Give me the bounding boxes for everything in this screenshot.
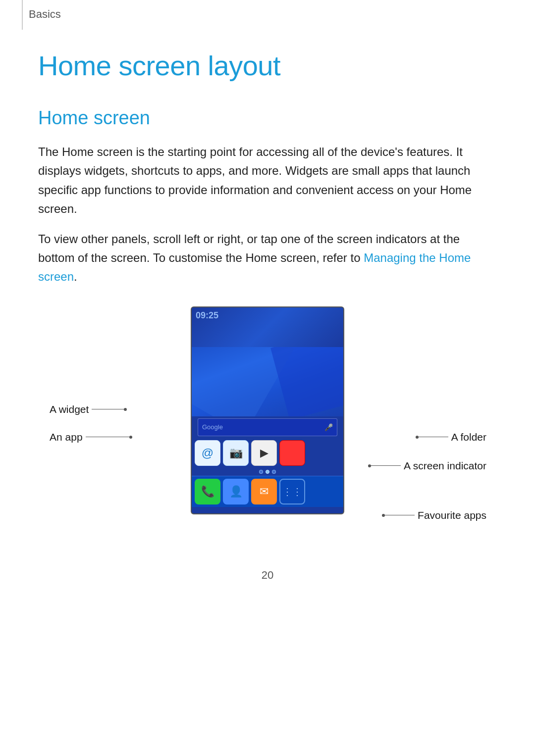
body-paragraph-2: To view other panels, scroll left or rig…: [38, 230, 494, 287]
app-icon-camera: 📷: [223, 440, 249, 466]
fav-icon-phone: 📞: [195, 479, 220, 504]
fav-icon-contacts: 👤: [223, 479, 249, 504]
page-border: [22, 0, 23, 30]
label-favourite-apps: Favourite apps: [382, 509, 486, 521]
phone-mockup: 09:25 Google 🎤 @: [191, 306, 344, 514]
favourite-apps-dock: 📞 👤 ✉ ⋮⋮: [192, 476, 343, 507]
label-favourite-apps-text: Favourite apps: [418, 509, 486, 521]
screen-dot-active: [266, 470, 269, 474]
label-folder: A folder: [416, 431, 486, 443]
widget-area: Google 🎤: [192, 416, 343, 438]
phone-status-bar: 09:25: [192, 307, 343, 347]
label-folder-text: A folder: [451, 431, 486, 443]
widget-connector-line: [92, 409, 124, 409]
body-paragraph-1: The Home screen is the starting point fo…: [38, 143, 494, 219]
screen-indicator-connector-line: [371, 465, 401, 466]
screen-dot: [272, 470, 276, 474]
widget-connector-dot: [124, 408, 127, 411]
section-title: Home screen: [38, 107, 497, 129]
label-widget: A widget: [50, 403, 127, 415]
screen-dot: [259, 470, 263, 474]
app-icon-email: @: [195, 440, 220, 466]
phone-wallpaper: [192, 347, 343, 416]
diagram-container: 09:25 Google 🎤 @: [38, 306, 497, 539]
mic-icon: 🎤: [324, 423, 333, 431]
favourite-apps-connector-line: [385, 515, 415, 515]
fav-icon-apps-grid: ⋮⋮: [279, 479, 305, 504]
app-connector-line: [86, 437, 129, 437]
label-widget-text: A widget: [50, 403, 89, 415]
screen-indicator-row: [192, 468, 343, 476]
google-text: Google: [202, 423, 223, 431]
phone-screen: 09:25 Google 🎤 @: [191, 306, 344, 514]
label-app-text: An app: [50, 431, 83, 443]
label-app: An app: [50, 431, 132, 443]
label-screen-indicator-text: A screen indicator: [404, 460, 486, 472]
page-title: Home screen layout: [38, 50, 497, 82]
app-icon-folder: [279, 440, 305, 466]
fav-icon-messages: ✉: [251, 479, 277, 504]
label-screen-indicator: A screen indicator: [368, 460, 486, 472]
diagram-wrapper: 09:25 Google 🎤 @: [45, 306, 490, 539]
app-icon-play: ▶: [251, 440, 277, 466]
breadcrumb: Basics: [29, 8, 61, 21]
body-paragraph-2-text-end: .: [74, 270, 77, 283]
phone-time: 09:25: [196, 310, 218, 321]
page-number: 20: [38, 569, 497, 582]
google-search-widget: Google 🎤: [198, 418, 337, 436]
folder-connector-line: [419, 437, 448, 437]
app-row: @ 📷 ▶: [192, 438, 343, 468]
app-connector-dot: [129, 436, 132, 439]
